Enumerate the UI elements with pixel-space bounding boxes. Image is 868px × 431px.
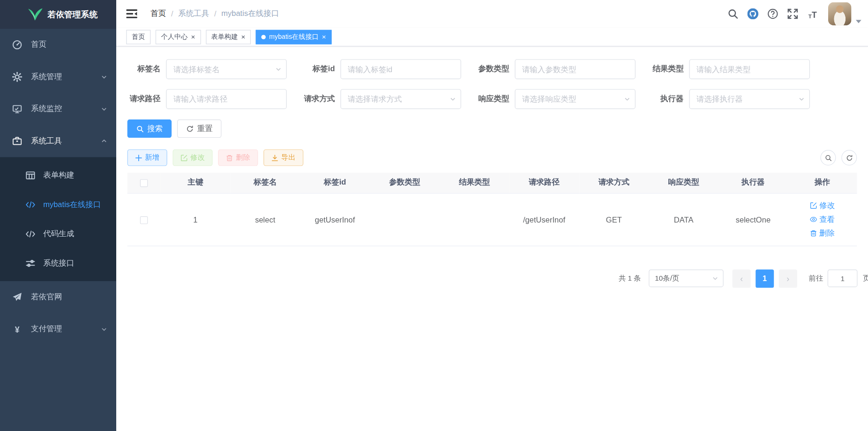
field-label: 响应类型: [476, 94, 515, 104]
request-path-input[interactable]: [166, 89, 286, 109]
sidebar-item-system-mgmt[interactable]: 系统管理: [0, 61, 116, 93]
tab-mybatis[interactable]: mybatis在线接口 ×: [256, 30, 332, 44]
font-size-icon[interactable]: TT: [807, 8, 818, 20]
tab-form-build[interactable]: 表单构建 ×: [206, 30, 251, 44]
tab-home[interactable]: 首页: [126, 30, 150, 44]
sidebar-item-mybatis[interactable]: mybatis在线接口: [0, 190, 116, 219]
search-icon: [136, 125, 144, 133]
row-edit-button[interactable]: 修改: [810, 199, 835, 213]
show-search-button[interactable]: [820, 150, 836, 165]
avatar[interactable]: [828, 2, 852, 26]
tag-id-input[interactable]: [340, 59, 461, 79]
close-icon[interactable]: ×: [241, 33, 245, 40]
page-unit-label: 页: [863, 273, 868, 283]
tag-name-select[interactable]: [166, 59, 286, 79]
breadcrumb-section[interactable]: 系统工具: [178, 9, 209, 19]
export-button[interactable]: 导出: [263, 149, 303, 166]
edit-icon: [180, 154, 187, 161]
refresh-icon: [186, 125, 194, 133]
param-type-input[interactable]: [515, 59, 635, 79]
sidebar-toggle-icon[interactable]: [126, 9, 137, 19]
chevron-down-icon: [101, 326, 107, 333]
app-logo[interactable]: 若依管理系统: [0, 0, 116, 29]
goto-page-input[interactable]: [828, 269, 858, 287]
request-method-select[interactable]: [340, 89, 461, 109]
reset-button[interactable]: 重置: [177, 119, 221, 138]
sidebar-item-payment[interactable]: ¥ 支付管理: [0, 313, 116, 346]
sidebar-item-label: 支付管理: [31, 324, 101, 334]
field-label: 请求方式: [302, 94, 341, 104]
delete-button[interactable]: 删除: [218, 149, 258, 166]
prev-page-button[interactable]: ‹: [733, 269, 751, 288]
search-form-row-2: 请求路径 请求方式 响应类型: [127, 89, 857, 109]
header-param-type: 参数类型: [370, 173, 440, 193]
monitor-icon: [12, 104, 22, 114]
field-response-type: 响应类型: [476, 89, 636, 109]
edit-icon: [810, 202, 817, 209]
cell-resp-type: DATA: [649, 193, 718, 245]
reset-button-label: 重置: [197, 124, 212, 134]
github-icon[interactable]: [748, 8, 759, 20]
page-size-value[interactable]: [649, 269, 723, 287]
page-content: 标签名 标签id 参数类型 结果类型: [116, 46, 868, 431]
tab-profile[interactable]: 个人中心 ×: [156, 30, 201, 44]
sidebar-item-system-api[interactable]: 系统接口: [0, 248, 116, 278]
sidebar-item-official-site[interactable]: 若依官网: [0, 281, 116, 313]
page-size-select[interactable]: [649, 269, 723, 287]
pagination-total: 共 1 条: [619, 273, 641, 283]
table-toolbar: 新增 修改 删除 导出: [127, 149, 857, 166]
add-button[interactable]: 新增: [127, 149, 167, 166]
fullscreen-icon[interactable]: [787, 8, 799, 20]
code-icon: [25, 200, 35, 209]
tabs-bar: 首页 个人中心 × 表单构建 × mybatis在线接口 ×: [116, 28, 868, 46]
sidebar-item-label: 系统管理: [31, 72, 101, 82]
sidebar-item-codegen[interactable]: 代码生成: [0, 219, 116, 249]
paper-plane-icon: [12, 292, 22, 302]
header-req-path: 请求路径: [509, 173, 579, 193]
search-button[interactable]: 搜索: [127, 119, 172, 138]
table-row[interactable]: 1 select getUserInof /getUserInof GET DA…: [127, 193, 857, 245]
tab-label: 首页: [132, 32, 145, 42]
sidebar-item-home[interactable]: 首页: [0, 29, 116, 61]
close-icon[interactable]: ×: [322, 33, 326, 40]
user-menu[interactable]: [828, 2, 861, 26]
cell-executor: selectOne: [718, 193, 788, 245]
caret-down-icon: [856, 20, 861, 23]
help-icon[interactable]: [767, 8, 778, 20]
edit-button-label: 修改: [190, 153, 205, 163]
page-number-1[interactable]: 1: [756, 269, 774, 288]
refresh-table-button[interactable]: [841, 150, 857, 165]
close-icon[interactable]: ×: [191, 33, 195, 40]
breadcrumb-home[interactable]: 首页: [150, 9, 166, 19]
response-type-select[interactable]: [515, 89, 635, 109]
select-all-checkbox[interactable]: [140, 179, 148, 187]
add-button-label: 新增: [145, 153, 159, 163]
row-delete-button[interactable]: 删除: [810, 226, 835, 240]
row-view-button[interactable]: 查看: [810, 213, 835, 227]
breadcrumb: 首页 / 系统工具 / mybatis在线接口: [150, 9, 718, 19]
sidebar-item-form-build[interactable]: 表单构建: [0, 161, 116, 190]
pagination: 共 1 条 ‹ 1 › 前往 页: [127, 269, 868, 288]
sidebar-item-system-tools[interactable]: 系统工具: [0, 125, 116, 157]
cell-ops: 修改 查看 删除: [788, 193, 857, 245]
field-label: 标签名: [127, 64, 166, 74]
top-navbar: 首页 / 系统工具 / mybatis在线接口 TT: [116, 0, 868, 28]
navbar-actions: TT: [718, 2, 861, 26]
executor-select[interactable]: [689, 89, 809, 109]
result-type-input[interactable]: [689, 59, 809, 79]
header-tag-name: 标签名: [230, 173, 300, 193]
row-checkbox[interactable]: [140, 216, 148, 224]
sidebar: 若依管理系统 首页 系统管理 系统监控: [0, 0, 116, 431]
next-page-button[interactable]: ›: [779, 269, 797, 288]
sidebar-item-label: 若依官网: [31, 292, 107, 302]
download-icon: [271, 154, 278, 161]
sidebar-item-system-monitor[interactable]: 系统监控: [0, 93, 116, 125]
search-icon[interactable]: [727, 8, 739, 20]
edit-button[interactable]: 修改: [173, 149, 213, 166]
field-request-path: 请求路径: [127, 89, 287, 109]
field-executor: 执行器: [651, 89, 810, 109]
breadcrumb-separator: /: [171, 9, 173, 18]
field-param-type: 参数类型: [476, 59, 636, 79]
trash-icon: [810, 230, 817, 237]
form-actions: 搜索 重置: [127, 119, 857, 138]
